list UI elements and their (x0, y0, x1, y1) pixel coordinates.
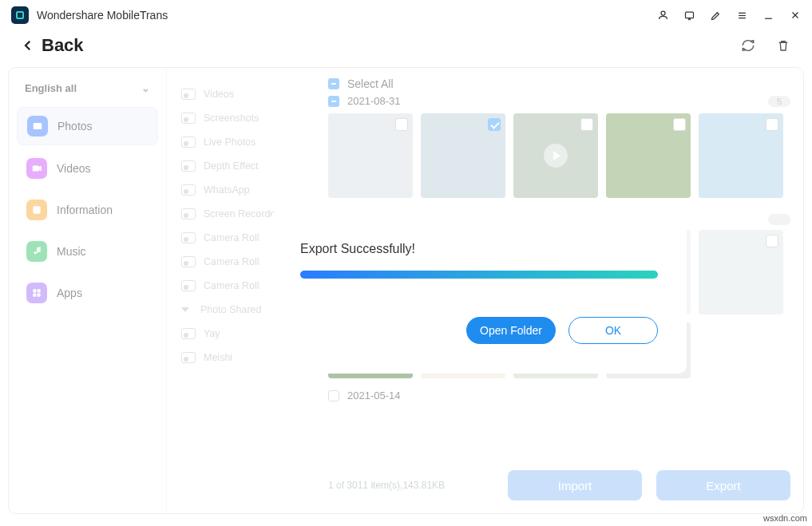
group-date: 2021-05-14 (347, 390, 401, 401)
sublist-label: Yay (204, 328, 220, 339)
thumbnail-grid (328, 113, 790, 198)
thumb-checkbox[interactable] (766, 235, 778, 247)
modal-title: Export Successfully! (300, 242, 658, 256)
refresh-icon[interactable] (740, 38, 756, 53)
sublist-item[interactable]: Screenshots (167, 106, 315, 130)
group-count: 5 (768, 96, 790, 107)
chevron-down-icon: ⌄ (141, 82, 150, 94)
sublist-label: WhatsApp (204, 184, 250, 196)
group-checkbox[interactable] (328, 390, 339, 401)
svg-point-0 (661, 11, 665, 15)
thumb-checkbox[interactable] (766, 118, 778, 131)
export-button[interactable]: Export (656, 470, 790, 500)
sublist-label: Meishi (204, 352, 232, 363)
close-icon[interactable] (789, 10, 801, 22)
back-button[interactable]: Back (21, 35, 84, 56)
sidebar-item-label: Information (57, 204, 113, 216)
ok-label: OK (605, 324, 621, 337)
progress-bar (300, 271, 658, 279)
photos-icon (27, 116, 48, 136)
album-icon (181, 280, 196, 291)
thumb-checkbox[interactable] (673, 118, 686, 131)
group-date: 2021-08-31 (347, 95, 401, 107)
select-all-label: Select All (347, 77, 394, 90)
ok-button[interactable]: OK (568, 317, 658, 344)
sublist-label: Screen Recorder (204, 208, 279, 219)
trash-icon[interactable] (775, 38, 791, 53)
sublist-item[interactable]: Depth Effect (167, 154, 315, 178)
sublist-label: Camera Roll (204, 256, 259, 267)
back-label: Back (42, 35, 84, 56)
export-success-modal: Export Successfully! Open Folder OK (271, 210, 687, 374)
minimize-icon[interactable] (762, 10, 774, 22)
open-folder-button[interactable]: Open Folder (466, 317, 556, 344)
thumbnail[interactable] (606, 113, 691, 198)
thumbnail[interactable] (513, 113, 598, 198)
sublist-item[interactable]: WhatsApp (167, 178, 315, 202)
album-icon (181, 328, 196, 339)
sublist-label: Depth Effect (204, 160, 259, 172)
album-icon (181, 352, 196, 363)
sidebar-item-apps[interactable]: Apps (17, 275, 158, 311)
sidebar-item-videos[interactable]: Videos (17, 150, 158, 187)
svg-rect-14 (33, 294, 36, 297)
sidebar-item-photos[interactable]: Photos (17, 107, 158, 145)
album-icon (181, 136, 196, 148)
videos-icon (26, 158, 47, 179)
sublist-label: Videos (204, 89, 234, 100)
sublist-item[interactable]: Live Photos (167, 130, 315, 154)
sidebar-item-music[interactable]: Music (17, 233, 158, 270)
sidebar-item-label: Apps (57, 287, 82, 299)
language-dropdown[interactable]: English all ⌄ (17, 82, 158, 107)
footer-info: 1 of 3011 item(s),143.81KB (328, 480, 445, 491)
sidebar-item-label: Music (57, 245, 86, 258)
titlebar: Wondershare MobileTrans (0, 0, 812, 30)
account-icon[interactable] (657, 10, 669, 22)
album-icon (181, 184, 196, 196)
back-row: Back (0, 30, 812, 67)
language-label: English all (25, 82, 77, 94)
thumb-checkbox[interactable] (488, 118, 501, 131)
export-label: Export (706, 479, 740, 492)
triangle-down-icon (181, 307, 189, 312)
thumb-checkbox[interactable] (580, 118, 593, 131)
apps-icon (26, 283, 47, 303)
select-all-checkbox[interactable] (328, 78, 339, 89)
footer: 1 of 3011 item(s),143.81KB Import Export (328, 470, 790, 500)
watermark: wsxdn.com (763, 513, 807, 523)
svg-rect-8 (34, 123, 42, 129)
svg-rect-9 (33, 166, 39, 172)
import-button[interactable]: Import (508, 470, 642, 500)
open-folder-label: Open Folder (480, 324, 542, 337)
album-icon (181, 232, 196, 243)
sidebar-item-label: Videos (57, 162, 91, 175)
sidebar-item-information[interactable]: Information (17, 192, 158, 228)
sublist-label: Photo Shared (200, 304, 261, 315)
svg-marker-10 (39, 166, 42, 172)
thumbnail[interactable] (421, 113, 505, 198)
thumbnail[interactable] (699, 230, 783, 314)
play-icon (544, 144, 568, 168)
group-checkbox[interactable] (328, 96, 339, 107)
music-icon (26, 241, 47, 262)
app-logo (11, 6, 29, 24)
album-icon (181, 208, 196, 219)
thumbnail[interactable] (699, 113, 783, 198)
feedback-icon[interactable] (683, 10, 695, 22)
sublist-label: Live Photos (204, 136, 255, 148)
svg-rect-15 (38, 294, 41, 297)
information-icon (26, 200, 47, 220)
album-icon (181, 160, 196, 172)
category-sidebar: English all ⌄ Photos Videos Information … (9, 68, 167, 513)
import-label: Import (558, 479, 592, 492)
album-icon (181, 89, 196, 100)
thumbnail[interactable] (328, 113, 413, 198)
thumb-checkbox[interactable] (395, 118, 408, 131)
sublist-item[interactable]: Videos (167, 82, 315, 106)
album-icon (181, 256, 196, 267)
group-count (768, 214, 790, 225)
svg-rect-13 (38, 289, 41, 292)
menu-icon[interactable] (736, 10, 748, 22)
edit-icon[interactable] (710, 10, 722, 22)
sublist-label: Screenshots (204, 113, 259, 124)
